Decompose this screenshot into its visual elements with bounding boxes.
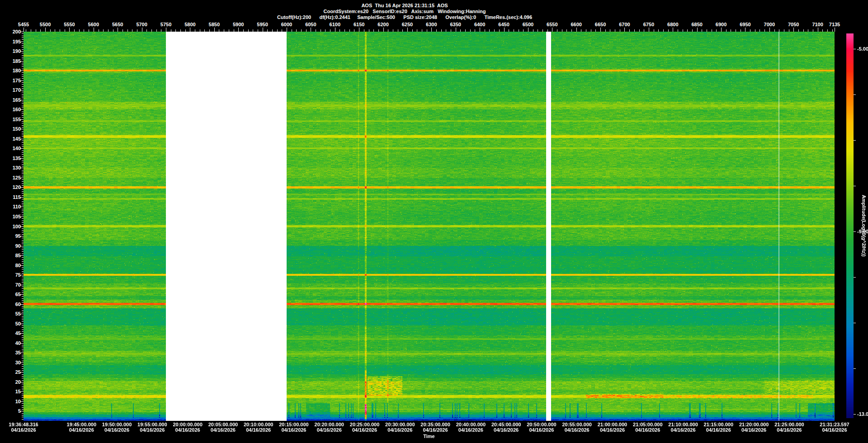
record-tick-label: 5550: [64, 22, 75, 27]
frequency-tick-label: 130: [2, 165, 21, 170]
time-tick-label: 21:25:00.00004/16/2026: [774, 422, 804, 433]
frequency-tick-label: 150: [2, 126, 21, 132]
time-tick-label: 20:00:00.00004/16/2026: [173, 422, 202, 433]
time-tick-label: 21:10:00.00004/16/2026: [668, 422, 698, 433]
record-tick-label: 7100: [812, 22, 823, 27]
record-tick-label: 5800: [184, 22, 195, 27]
tick-date: 04/16/2026: [244, 427, 273, 433]
record-tick-label: 6300: [426, 22, 437, 27]
time-tick-label: 20:25:00.00004/16/2026: [350, 422, 379, 433]
frequency-tick-label: 25: [2, 369, 21, 375]
frequency-tick-label: 160: [2, 107, 21, 112]
record-tick-label: 7050: [788, 22, 799, 27]
tick-time: 20:25:00.000: [350, 422, 379, 427]
record-tick-label: 6700: [619, 22, 630, 27]
time-tick-label: 20:55:00.00004/16/2026: [562, 422, 591, 433]
tick-time: 19:36:48.316: [9, 422, 38, 427]
tick-date: 04/16/2026: [739, 427, 769, 433]
time-tick-label: 19:50:00.00004/16/2026: [102, 422, 132, 433]
tick-time: 20:55:00.000: [562, 422, 591, 427]
frequency-tick-label: 5: [2, 408, 21, 414]
record-tick-label: 6250: [402, 22, 413, 27]
time-axis-title: Time: [423, 434, 434, 439]
time-cursor-line[interactable]: [778, 32, 779, 421]
tick-time: 20:40:00.000: [456, 422, 486, 427]
colorbar-title: Amplitude(Log10(g^2/Hz)): [860, 33, 868, 418]
tick-date: 04/16/2026: [137, 427, 167, 433]
tick-date: 04/16/2026: [9, 427, 38, 433]
time-tick-label: 21:05:00.00004/16/2026: [633, 422, 662, 433]
tick-time: 19:50:00.000: [102, 422, 132, 427]
record-tick-label: 6500: [523, 22, 533, 27]
tick-date: 04/16/2026: [527, 427, 556, 433]
time-tick-label: 20:50:00.00004/16/2026: [527, 422, 556, 433]
record-tick-label: 7000: [764, 22, 775, 27]
tick-time: 20:15:00.000: [279, 422, 308, 427]
record-tick-label: 6050: [305, 22, 316, 27]
time-tick-label: 20:40:00.00004/16/2026: [456, 422, 486, 433]
tick-time: 20:30:00.000: [385, 422, 415, 427]
record-tick-label: 6900: [716, 22, 726, 27]
tick-date: 04/16/2026: [350, 427, 379, 433]
frequency-tick-label: 45: [2, 330, 21, 336]
tick-date: 04/16/2026: [385, 427, 415, 433]
time-tick-label: 20:15:00.00004/16/2026: [279, 422, 308, 433]
aos-spectrogram-window: AOS Thu 16 Apr 2026 21:31:15 AOS CoordSy…: [0, 0, 868, 443]
record-tick-label: 6550: [547, 22, 557, 27]
record-tick-label: 5650: [112, 22, 123, 27]
frequency-tick-label: 155: [2, 117, 21, 122]
tick-date: 04/16/2026: [668, 427, 698, 433]
tick-time: 21:10:00.000: [668, 422, 698, 427]
frequency-tick-label: 35: [2, 350, 21, 355]
header-params-line: Cutoff(Hz):200 df(Hz):0.2441 Sample/Sec:…: [0, 14, 809, 20]
frequency-tick-label: 190: [2, 48, 21, 54]
frequency-tick-label: 185: [2, 58, 21, 64]
frequency-tick-label: 170: [2, 87, 21, 93]
record-tick-label: 6450: [498, 22, 509, 27]
time-tick-label: 20:45:00.00004/16/2026: [491, 422, 521, 433]
record-tick-label: 5950: [257, 22, 268, 27]
tick-time: 20:50:00.000: [527, 422, 556, 427]
tick-time: 20:20:00.000: [315, 422, 344, 427]
record-tick-label: 5850: [209, 22, 220, 27]
tick-time: 20:45:00.000: [491, 422, 521, 427]
tick-date: 04/16/2026: [102, 427, 132, 433]
time-tick-label: 21:15:00.00004/16/2026: [704, 422, 733, 433]
tick-time: 21:20:00.000: [739, 422, 769, 427]
record-tick-label: 6950: [740, 22, 750, 27]
frequency-tick-label: 15: [2, 389, 21, 394]
frequency-tick-label: 135: [2, 156, 21, 161]
tick-time: 19:55:00.000: [137, 422, 167, 427]
tick-time: 21:25:00.000: [774, 422, 804, 427]
tick-date: 04/16/2026: [633, 427, 662, 433]
tick-time: 21:31:23.597: [820, 422, 849, 427]
frequency-tick-label: 40: [2, 340, 21, 346]
tick-date: 04/16/2026: [173, 427, 202, 433]
tick-date: 04/16/2026: [420, 427, 450, 433]
tick-date: 04/16/2026: [820, 427, 849, 433]
record-tick-label: 7135: [829, 22, 840, 27]
tick-time: 21:15:00.000: [704, 422, 733, 427]
record-tick-label: 6150: [354, 22, 364, 27]
frequency-tick-label: 105: [2, 214, 21, 219]
record-tick-label: 6100: [330, 22, 340, 27]
tick-time: 20:10:00.000: [244, 422, 273, 427]
tick-date: 04/16/2026: [598, 427, 627, 433]
time-tick-label: 20:20:00.00004/16/2026: [315, 422, 344, 433]
frequency-tick-label: 100: [2, 224, 21, 229]
frequency-tick-label: 30: [2, 360, 21, 365]
header-config-line: CoordSystem:es20 SensorID:es20 Axis:sum …: [0, 9, 809, 14]
time-tick-label: 20:10:00.00004/16/2026: [244, 422, 273, 433]
frequency-tick-label: 85: [2, 253, 21, 258]
tick-date: 04/16/2026: [774, 427, 804, 433]
record-tick-label: 6650: [595, 22, 606, 27]
record-tick-label: 5750: [160, 22, 171, 27]
tick-date: 04/16/2026: [491, 427, 521, 433]
time-tick-label: 20:05:00.00004/16/2026: [208, 422, 238, 433]
frequency-tick-label: 125: [2, 175, 21, 180]
tick-time: 21:05:00.000: [633, 422, 662, 427]
time-tick-label: 19:45:00.00004/16/2026: [67, 422, 96, 433]
spectrogram-plot[interactable]: [24, 32, 835, 421]
record-tick-label: 5455: [18, 22, 29, 27]
frequency-tick-label: 60: [2, 302, 21, 307]
